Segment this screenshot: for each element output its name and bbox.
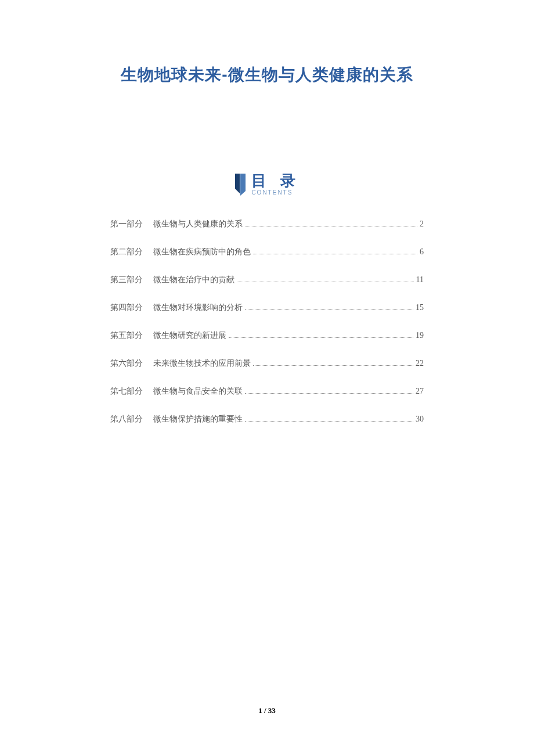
toc-leader-dots bbox=[245, 309, 413, 310]
toc-entry-title: 微生物与人类健康的关系 bbox=[153, 219, 243, 229]
toc-leader-dots bbox=[245, 393, 413, 394]
toc-part-label: 第五部分 bbox=[110, 330, 143, 341]
toc-item[interactable]: 第五部分 微生物研究的新进展 19 bbox=[110, 330, 424, 341]
toc-leader-dots bbox=[253, 254, 417, 254]
toc-part-label: 第一部分 bbox=[110, 219, 143, 229]
toc-leader-dots bbox=[237, 282, 414, 282]
toc-entry-title: 微生物在治疗中的贡献 bbox=[153, 275, 234, 285]
toc-label-wrap: 目 录 CONTENTS bbox=[251, 173, 300, 196]
toc-item[interactable]: 第七部分 微生物与食品安全的关联 27 bbox=[110, 386, 424, 397]
toc-item[interactable]: 第八部分 微生物保护措施的重要性 30 bbox=[110, 414, 424, 424]
toc-page-number: 22 bbox=[416, 359, 424, 368]
toc-entry-title: 微生物与食品安全的关联 bbox=[153, 386, 243, 397]
toc-list: 第一部分 微生物与人类健康的关系 2 第二部分 微生物在疾病预防中的角色 6 第… bbox=[75, 219, 459, 424]
toc-entry-title: 微生物保护措施的重要性 bbox=[153, 414, 243, 424]
toc-item[interactable]: 第一部分 微生物与人类健康的关系 2 bbox=[110, 219, 424, 229]
toc-page-number: 2 bbox=[420, 219, 424, 229]
toc-leader-dots bbox=[253, 365, 413, 366]
toc-subtitle: CONTENTS bbox=[251, 189, 293, 196]
toc-label: 目 录 bbox=[251, 173, 300, 188]
toc-page-number: 19 bbox=[416, 331, 424, 340]
document-title: 生物地球未来-微生物与人类健康的关系 bbox=[75, 64, 459, 86]
toc-part-label: 第四部分 bbox=[110, 303, 143, 313]
svg-marker-1 bbox=[240, 174, 246, 196]
toc-entry-title: 未来微生物技术的应用前景 bbox=[153, 358, 251, 369]
toc-part-label: 第七部分 bbox=[110, 386, 143, 397]
document-page: 生物地球未来-微生物与人类健康的关系 目 录 CONTENTS 第一部分 微生物… bbox=[0, 0, 534, 756]
footer-separator: / bbox=[262, 706, 268, 715]
toc-page-number: 15 bbox=[416, 303, 424, 312]
toc-part-label: 第八部分 bbox=[110, 414, 143, 424]
svg-marker-0 bbox=[235, 174, 240, 193]
toc-entry-title: 微生物在疾病预防中的角色 bbox=[153, 247, 251, 257]
toc-page-number: 11 bbox=[416, 275, 424, 285]
toc-leader-dots bbox=[229, 337, 413, 338]
footer-total-pages: 33 bbox=[268, 706, 276, 715]
toc-item[interactable]: 第二部分 微生物在疾病预防中的角色 6 bbox=[110, 247, 424, 257]
toc-page-number: 27 bbox=[416, 387, 424, 396]
toc-entry-title: 微生物对环境影响的分析 bbox=[153, 303, 243, 313]
toc-leader-dots bbox=[245, 421, 413, 422]
toc-page-number: 30 bbox=[416, 415, 424, 424]
toc-part-label: 第三部分 bbox=[110, 275, 143, 285]
toc-leader-dots bbox=[245, 226, 417, 226]
toc-part-label: 第六部分 bbox=[110, 358, 143, 369]
toc-header: 目 录 CONTENTS bbox=[75, 173, 459, 196]
toc-item[interactable]: 第六部分 未来微生物技术的应用前景 22 bbox=[110, 358, 424, 369]
toc-item[interactable]: 第四部分 微生物对环境影响的分析 15 bbox=[110, 303, 424, 313]
bookmark-icon bbox=[234, 174, 247, 196]
toc-item[interactable]: 第三部分 微生物在治疗中的贡献 11 bbox=[110, 275, 424, 285]
toc-entry-title: 微生物研究的新进展 bbox=[153, 330, 226, 341]
page-footer: 1 / 33 bbox=[0, 706, 534, 715]
toc-part-label: 第二部分 bbox=[110, 247, 143, 257]
toc-page-number: 6 bbox=[420, 247, 424, 257]
